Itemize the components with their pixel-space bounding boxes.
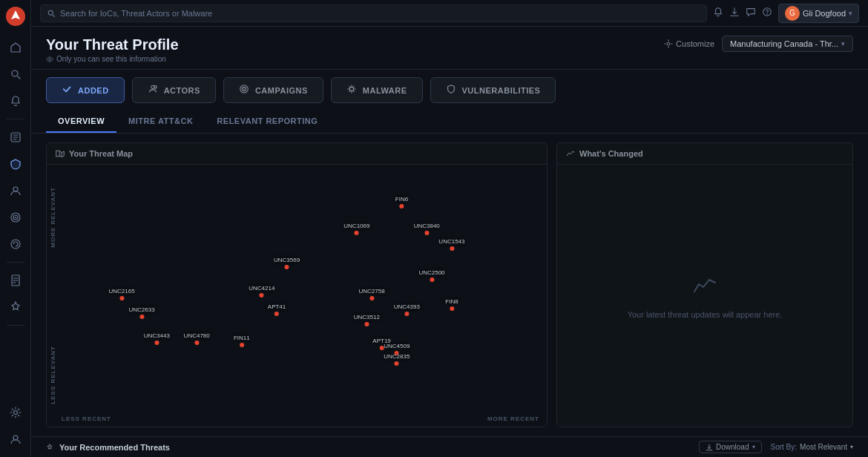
search-bar[interactable]: Search for IoCs, Threat Actors or Malwar…	[40, 4, 707, 22]
threat-dot-apt41[interactable]: APT41	[268, 303, 286, 316]
svg-point-15	[154, 86, 157, 89]
malware-icon	[346, 84, 357, 96]
sidebar-item-malware[interactable]	[4, 232, 27, 256]
chat-icon[interactable]	[746, 7, 756, 19]
user-label: Gli Dogfood	[803, 9, 846, 18]
whats-changed-header: What's Changed	[557, 143, 852, 165]
filter-tab-malware[interactable]: MALWARE	[331, 77, 423, 103]
threat-dot-unc2500[interactable]: UNC2500	[418, 269, 444, 282]
tab-overview[interactable]: OVERVIEW	[46, 111, 116, 133]
sidebar-item-vuln[interactable]	[4, 295, 27, 319]
sidebar-item-threats[interactable]	[4, 152, 27, 176]
map-icon	[56, 149, 65, 158]
threat-dot-unc1543[interactable]: UNC1543	[438, 238, 464, 251]
filter-tab-actors[interactable]: ACTORS	[132, 77, 216, 103]
tab-reporting[interactable]: RELEVANT REPORTING	[205, 111, 329, 133]
threat-dot-fin11[interactable]: FIN11	[234, 335, 250, 347]
tab-mitre[interactable]: MITRE ATT&CK	[116, 111, 205, 133]
threat-dot-unc4393[interactable]: UNC4393	[394, 303, 420, 316]
filter-tab-campaigns[interactable]: CAMPAIGNS	[223, 77, 323, 103]
threat-dot-unc4214[interactable]: UNC4214	[249, 285, 274, 297]
search-icon	[47, 9, 56, 18]
title-section: Your Threat Profile Only you can see thi…	[46, 36, 179, 63]
customize-button[interactable]: Customize	[664, 39, 714, 48]
campaigns-icon	[239, 84, 249, 96]
sidebar-item-search[interactable]	[4, 62, 27, 86]
svg-point-10	[48, 10, 53, 15]
sidebar-item-alerts[interactable]	[4, 89, 27, 113]
sidebar-item-user[interactable]	[4, 427, 27, 451]
filter-tabs: ADDED ACTORS CAMPAIGNS MALWARE VULNERABI…	[31, 70, 868, 111]
sidebar-item-home[interactable]	[4, 36, 27, 59]
gear-icon	[664, 39, 673, 48]
page-header: Your Threat Profile Only you can see thi…	[31, 27, 868, 70]
sidebar-item-actors[interactable]	[4, 179, 27, 203]
threat-dot-unc4780[interactable]: UNC4780	[184, 332, 210, 345]
notifications-icon[interactable]	[713, 7, 723, 19]
svg-rect-20	[56, 151, 60, 157]
sidebar-item-reports[interactable]	[4, 269, 27, 292]
dot-label: UNC2165	[109, 288, 135, 295]
dot-marker	[369, 296, 374, 300]
sidebar-item-intel[interactable]	[4, 125, 27, 149]
svg-point-9	[13, 435, 18, 440]
threat-dot-unc1069[interactable]: UNC1069	[343, 223, 369, 235]
svg-point-12	[49, 58, 51, 60]
dot-marker	[139, 315, 144, 319]
sort-button[interactable]: Most Relevant ▾	[800, 443, 853, 451]
threat-map-header: Your Threat Map	[47, 143, 547, 165]
svg-point-1	[12, 70, 18, 76]
threat-dot-fin8[interactable]: FIN8	[445, 298, 458, 311]
chevron-down-icon: ▾	[841, 40, 845, 47]
star-icon	[46, 444, 53, 451]
dot-marker	[400, 204, 404, 208]
empty-state-text: Your latest threat updates will appear h…	[628, 310, 783, 319]
dot-marker	[430, 277, 434, 282]
dot-marker	[404, 312, 409, 316]
threat-dot-unc2835[interactable]: UNC2835	[384, 353, 410, 366]
svg-point-19	[349, 87, 353, 91]
empty-state-icon	[691, 272, 718, 304]
download-icon[interactable]	[729, 7, 740, 19]
chevron-down-icon: ▾	[752, 444, 755, 450]
threat-dot-unc2633[interactable]: UNC2633	[128, 306, 154, 319]
dot-marker	[154, 341, 159, 345]
content-area: Your Threat Map MORE RELEVANT LESS RELEV…	[31, 134, 868, 436]
sidebar	[0, 0, 31, 457]
download-icon	[706, 444, 713, 451]
main-content: Search for IoCs, Threat Actors or Malwar…	[31, 0, 868, 457]
dot-marker	[240, 343, 244, 347]
axis-x-more-label: MORE RECENT	[487, 415, 539, 422]
threat-dot-unc2165[interactable]: UNC2165	[109, 288, 135, 300]
chevron-down-icon: ▾	[850, 444, 853, 450]
dot-marker	[450, 306, 454, 311]
sidebar-divider-3	[7, 325, 24, 326]
recommended-threats-title: Your Recommended Threats	[59, 443, 170, 452]
check-icon	[62, 84, 72, 96]
user-menu[interactable]: G Gli Dogfood ▾	[778, 4, 859, 23]
threat-dot-unc3840[interactable]: UNC3840	[414, 223, 440, 235]
dot-label: UNC3569	[274, 257, 300, 263]
sidebar-item-campaigns[interactable]	[4, 206, 27, 229]
search-placeholder: Search for IoCs, Threat Actors or Malwar…	[60, 9, 212, 18]
threat-dot-unc3569[interactable]: UNC3569	[274, 257, 300, 269]
sidebar-item-settings[interactable]	[4, 401, 27, 424]
dot-label: UNC1543	[438, 238, 464, 245]
profile-selector[interactable]: Manufacturing Canada - Thr... ▾	[722, 36, 853, 52]
dot-marker	[450, 246, 454, 251]
threat-dot-unc3443[interactable]: UNC3443	[144, 332, 170, 345]
nav-tabs: OVERVIEW MITRE ATT&CK RELEVANT REPORTING	[31, 111, 868, 134]
threat-dot-fin6[interactable]: FIN6	[395, 196, 408, 208]
filter-tab-added[interactable]: ADDED	[46, 77, 125, 103]
threat-dot-unc2758[interactable]: UNC2758	[359, 288, 385, 300]
map-canvas: MORE RELEVANT LESS RELEVANT LESS RECENT …	[47, 165, 547, 427]
download-button[interactable]: Download ▾	[699, 441, 761, 453]
header-actions: Customize Manufacturing Canada - Thr... …	[664, 36, 853, 52]
dot-marker	[424, 231, 429, 235]
app-logo[interactable]	[5, 6, 26, 27]
dot-marker	[285, 265, 289, 269]
threat-dot-unc3512[interactable]: UNC3512	[354, 314, 380, 326]
help-icon[interactable]	[762, 7, 772, 19]
filter-tab-vulnerabilities[interactable]: VULNERABILITIES	[430, 77, 556, 103]
dot-label: UNC3443	[144, 332, 170, 339]
